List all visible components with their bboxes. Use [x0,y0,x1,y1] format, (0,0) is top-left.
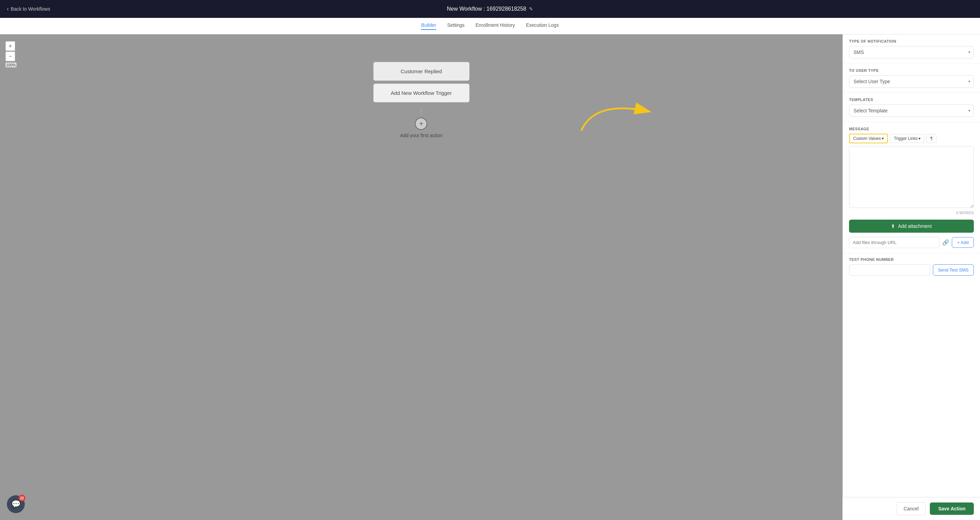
url-input[interactable] [849,237,939,248]
customer-replied-node[interactable]: Customer Replied [373,62,469,81]
tab-execution-logs[interactable]: Execution Logs [526,22,559,30]
back-button[interactable]: ‹ Back to Workflows [7,6,50,12]
back-label: Back to Workflows [11,6,50,12]
add-trigger-label: Add New Workflow Trigger [391,90,452,96]
paragraph-icon: ¶ [930,136,932,141]
send-test-sms-button[interactable]: Send Test SMS [933,264,974,276]
user-type-select[interactable]: Select User Type [849,75,974,87]
test-phone-section: TEST PHONE NUMBER Send Test SMS [843,253,980,280]
zoom-controls: + − 100% [5,41,16,67]
custom-values-dropdown-icon: ▾ [882,136,884,141]
back-arrow-icon: ‹ [7,6,9,12]
trigger-links-label: Trigger Links [894,136,918,141]
templates-select[interactable]: Select Template [849,105,974,117]
main-layout: + − 100% Customer Replied Add New Workfl… [0,34,980,520]
message-section: MESSAGE Custom Values ▾ Trigger Links ▾ … [843,122,980,219]
workflow-canvas: + − 100% Customer Replied Add New Workfl… [0,34,843,520]
custom-values-label: Custom Values [853,136,881,141]
custom-values-button[interactable]: Custom Values ▾ [849,134,888,143]
chat-icon: 💬 [11,500,21,509]
templates-label: TEMPLATES [849,98,974,102]
notification-type-select[interactable]: SMS [849,46,974,59]
cancel-button[interactable]: Cancel [896,502,926,515]
header-title: New Workflow : 1692928618258 ✎ [447,6,533,12]
paragraph-format-button[interactable]: ¶ [926,134,936,143]
message-textarea[interactable] [849,146,974,208]
save-action-button[interactable]: Save Action [930,503,974,515]
panel-footer: Cancel Save Action [843,497,980,520]
trigger-links-dropdown-icon: ▾ [918,136,921,141]
upload-icon: ⬆ [891,223,895,229]
zoom-level-label: 100% [5,62,16,67]
test-phone-label: TEST PHONE NUMBER [849,258,974,262]
user-type-section: TO USER TYPE Select User Type ▾ [843,64,980,93]
notification-type-select-wrapper: SMS ▾ [849,46,974,59]
workflow-title-text: New Workflow : 1692928618258 [447,6,526,12]
edit-title-icon[interactable]: ✎ [529,6,533,12]
url-row: 🔗 + Add [843,237,980,253]
url-link-icon: 🔗 [942,239,949,246]
add-trigger-node[interactable]: Add New Workflow Trigger [373,84,469,102]
zoom-out-button[interactable]: − [5,52,15,61]
add-url-button[interactable]: + Add [952,237,974,248]
add-action-circle-button[interactable]: + [415,118,427,130]
arrow-annotation [568,93,664,134]
user-type-select-wrapper: Select User Type ▾ [849,75,974,87]
message-label: MESSAGE [849,127,974,131]
tab-settings[interactable]: Settings [447,22,465,30]
app-header: ‹ Back to Workflows New Workflow : 16929… [0,0,980,18]
add-action-area: + Add your first action [400,108,443,138]
test-phone-row: Send Test SMS [849,264,974,276]
connector-line [421,108,422,115]
right-panel: TYPE OF NOTIFICATION SMS ▾ TO USER TYPE … [843,34,980,520]
notification-type-section: TYPE OF NOTIFICATION SMS ▾ [843,34,980,64]
trigger-links-button[interactable]: Trigger Links ▾ [890,134,924,143]
add-action-label: Add your first action [400,133,443,138]
message-toolbar: Custom Values ▾ Trigger Links ▾ ¶ [849,134,974,143]
customer-replied-label: Customer Replied [401,68,442,74]
chat-widget[interactable]: 💬 22 [7,495,25,513]
tab-enrollment-history[interactable]: Enrollment History [476,22,515,30]
templates-select-wrapper: Select Template ▾ [849,105,974,117]
user-type-label: TO USER TYPE [849,68,974,73]
add-attachment-button[interactable]: ⬆ Add attachment [849,219,974,233]
templates-section: TEMPLATES Select Template ▾ [843,93,980,122]
tab-builder[interactable]: Builder [421,22,436,30]
workflow-nodes: Customer Replied Add New Workflow Trigge… [373,62,469,138]
word-count: 0 WORDS [849,211,974,215]
zoom-in-button[interactable]: + [5,41,15,51]
notification-type-label: TYPE OF NOTIFICATION [849,39,974,43]
test-phone-input[interactable] [849,264,930,276]
chat-badge: 22 [19,495,25,501]
tabs-bar: Builder Settings Enrollment History Exec… [0,18,980,34]
attachment-label: Add attachment [898,223,932,229]
